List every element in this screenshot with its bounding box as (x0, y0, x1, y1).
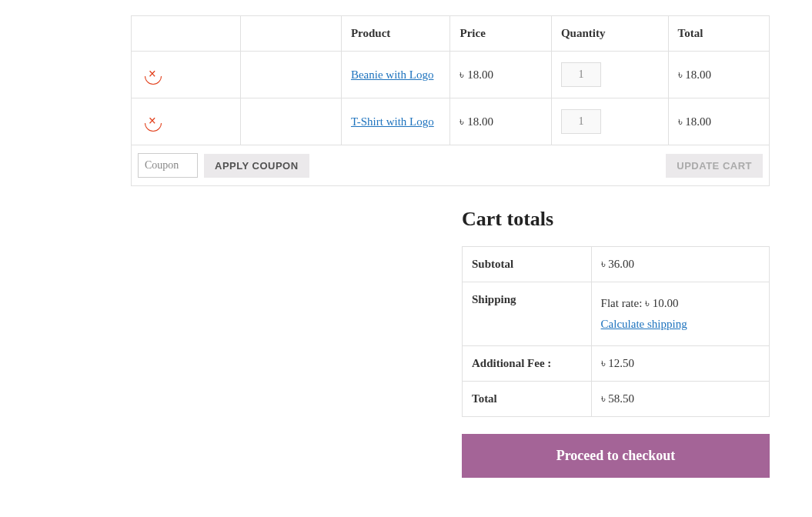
cart-totals-heading: Cart totals (462, 208, 770, 231)
subtotal-value: ৳ 36.00 (591, 247, 769, 282)
additional-fee-label: Additional Fee : (463, 346, 592, 382)
product-thumbnail[interactable] (240, 98, 341, 145)
cart-actions-row: APPLY COUPON UPDATE CART (132, 145, 770, 186)
cart-table: Product Price Quantity Total × Beanie wi… (131, 15, 770, 186)
calculate-shipping-link[interactable]: Calculate shipping (601, 318, 687, 330)
apply-coupon-button[interactable]: APPLY COUPON (204, 154, 309, 178)
item-price: ৳ 18.00 (450, 98, 551, 145)
shipping-label: Shipping (463, 282, 592, 346)
header-total: Total (668, 16, 769, 52)
header-price: Price (450, 16, 551, 52)
additional-fee-value: ৳ 12.50 (591, 346, 769, 382)
product-link[interactable]: Beanie with Logo (351, 68, 433, 81)
product-thumbnail[interactable] (240, 52, 341, 98)
quantity-input[interactable] (561, 109, 601, 134)
cart-totals-table: Subtotal ৳ 36.00 Shipping Flat rate: ৳ 1… (462, 246, 770, 417)
coupon-input[interactable] (138, 153, 198, 178)
remove-item-button[interactable]: × (144, 66, 161, 83)
update-cart-button[interactable]: UPDATE CART (666, 154, 763, 178)
total-label: Total (463, 382, 592, 417)
shipping-flat-rate: Flat rate: ৳ 10.00 (601, 297, 679, 309)
subtotal-label: Subtotal (463, 247, 592, 282)
header-quantity: Quantity (551, 16, 668, 52)
cart-row: × Beanie with Logo ৳ 18.00 ৳ 18.00 (132, 52, 770, 98)
product-link[interactable]: T-Shirt with Logo (351, 115, 434, 128)
header-remove (132, 16, 241, 52)
cart-row: × T-Shirt with Logo ৳ 18.00 ৳ 18.00 (132, 98, 770, 145)
proceed-to-checkout-button[interactable]: Proceed to checkout (462, 434, 770, 478)
header-thumbnail (240, 16, 341, 52)
remove-item-button[interactable]: × (144, 113, 161, 130)
header-product: Product (341, 16, 450, 52)
item-total: ৳ 18.00 (668, 52, 769, 98)
item-total: ৳ 18.00 (668, 98, 769, 145)
quantity-input[interactable] (561, 62, 601, 87)
cart-totals-section: Cart totals Subtotal ৳ 36.00 Shipping Fl… (462, 208, 770, 478)
total-value: ৳ 58.50 (591, 382, 769, 417)
item-price: ৳ 18.00 (450, 52, 551, 98)
